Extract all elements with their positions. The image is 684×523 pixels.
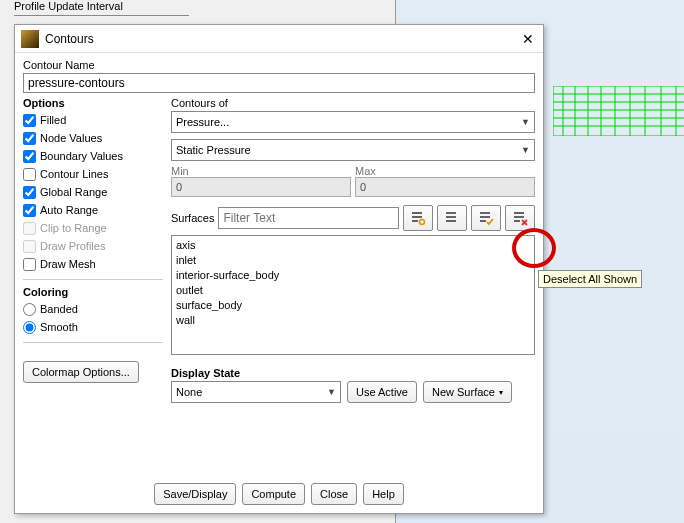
list-item[interactable]: interior-surface_body [174, 268, 532, 283]
save-display-button[interactable]: Save/Display [154, 483, 236, 505]
chevron-down-icon: ▾ [499, 388, 503, 397]
list-item[interactable]: surface_body [174, 298, 532, 313]
profile-update-interval-label: Profile Update Interval [14, 0, 123, 12]
list-filter-icon [410, 210, 426, 226]
colormap-options-button[interactable]: Colormap Options... [23, 361, 139, 383]
list-item[interactable]: outlet [174, 283, 532, 298]
compute-button[interactable]: Compute [242, 483, 305, 505]
draw-mesh-checkbox[interactable]: Draw Mesh [23, 255, 163, 273]
coloring-header: Coloring [23, 286, 163, 298]
list-item[interactable]: inlet [174, 253, 532, 268]
options-header: Options [23, 97, 163, 109]
app-icon [21, 30, 39, 48]
display-state-select[interactable]: None▼ [171, 381, 341, 403]
list-item[interactable]: wall [174, 313, 532, 328]
list-check-icon [478, 210, 494, 226]
dialog-title: Contours [45, 32, 519, 46]
list-plain-button[interactable] [437, 205, 467, 231]
global-range-checkbox[interactable]: Global Range [23, 183, 163, 201]
mesh-preview [553, 86, 684, 136]
close-icon[interactable]: ✕ [519, 30, 537, 48]
surfaces-label: Surfaces [171, 212, 214, 224]
max-input [355, 177, 535, 197]
surfaces-filter-input[interactable] [218, 207, 399, 229]
smooth-radio[interactable]: Smooth [23, 318, 163, 336]
list-item[interactable]: axis [174, 238, 532, 253]
help-button[interactable]: Help [363, 483, 404, 505]
use-active-button[interactable]: Use Active [347, 381, 417, 403]
primary-variable-select[interactable]: Pressure...▼ [171, 111, 535, 133]
auto-range-checkbox[interactable]: Auto Range [23, 201, 163, 219]
banded-radio[interactable]: Banded [23, 300, 163, 318]
secondary-variable-select[interactable]: Static Pressure▼ [171, 139, 535, 161]
max-label: Max [355, 165, 376, 177]
contours-of-label: Contours of [171, 97, 535, 109]
min-input [171, 177, 351, 197]
chevron-down-icon: ▼ [521, 117, 530, 127]
tooltip-deselect-all-shown: Deselect All Shown [538, 270, 642, 288]
filled-checkbox[interactable]: Filled [23, 111, 163, 129]
chevron-down-icon: ▼ [521, 145, 530, 155]
deselect-all-shown-button[interactable] [505, 205, 535, 231]
select-all-shown-button[interactable] [471, 205, 501, 231]
list-icon [444, 210, 460, 226]
filter-toggle-button[interactable] [403, 205, 433, 231]
contours-dialog: Contours ✕ Contour Name Options Filled N… [14, 24, 544, 514]
svg-point-18 [420, 220, 425, 225]
clip-to-range-checkbox: Clip to Range [23, 219, 163, 237]
chevron-down-icon: ▼ [327, 387, 336, 397]
node-values-checkbox[interactable]: Node Values [23, 129, 163, 147]
new-surface-button[interactable]: New Surface▾ [423, 381, 512, 403]
close-button[interactable]: Close [311, 483, 357, 505]
boundary-values-checkbox[interactable]: Boundary Values [23, 147, 163, 165]
min-label: Min [171, 165, 189, 177]
contour-lines-checkbox[interactable]: Contour Lines [23, 165, 163, 183]
display-state-label: Display State [171, 367, 535, 379]
surfaces-list[interactable]: axisinletinterior-surface_bodyoutletsurf… [171, 235, 535, 355]
draw-profiles-checkbox: Draw Profiles [23, 237, 163, 255]
list-x-icon [512, 210, 528, 226]
contour-name-input[interactable] [23, 73, 535, 93]
contour-name-label: Contour Name [23, 59, 535, 71]
